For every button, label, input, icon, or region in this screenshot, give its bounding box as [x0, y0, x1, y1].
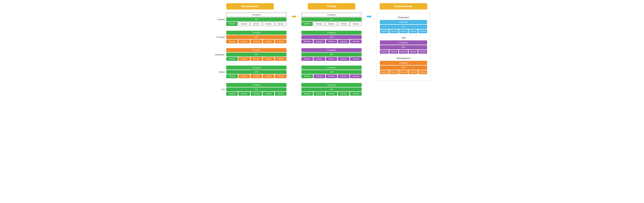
production-api-bar: API — [380, 25, 427, 29]
production-frontend-bar: Frontend — [380, 20, 427, 24]
service-chip: Service — [302, 40, 313, 43]
service-chip: Service — [275, 74, 286, 78]
service-chip: Service — [238, 22, 250, 26]
frontend-row: Frontend Frontend API Service Service Se… — [214, 31, 286, 43]
service-chip: Service — [263, 22, 274, 26]
test-api-bar: API — [380, 45, 427, 49]
dev-env-services: Service Service Service Service Service — [380, 70, 427, 74]
production-stack: Frontend API Service Service Service Ser… — [380, 20, 427, 33]
test-frontend-bar: Frontend — [380, 40, 427, 45]
service-chip: Service — [226, 92, 238, 96]
service-chip: Service — [275, 22, 286, 26]
services-row: Service Service Service Service Service — [302, 74, 362, 78]
blue-arrow-icon: ➡ — [366, 13, 372, 20]
testing-header: Testing — [308, 3, 355, 9]
orange-arrow-container: ➡ — [291, 3, 297, 20]
service-chip: Service — [338, 92, 350, 96]
api-bar: API — [226, 17, 286, 21]
service-chip: Service — [302, 57, 313, 61]
test-stack: Frontend API Service Service Service Ser… — [380, 40, 427, 54]
service-chip: Service — [238, 74, 250, 78]
testing-mixed-row: Frontend API Service Service Service Ser… — [302, 66, 362, 78]
dev-env-block: Development Frontend API Service Service… — [380, 57, 427, 74]
service-chip: Service — [390, 50, 398, 54]
testing-mixed-stack: Frontend API Service Service Service Ser… — [302, 66, 362, 78]
service-chip: Service — [314, 40, 325, 43]
services-row: Service Service Service Service Service — [226, 40, 286, 43]
full-row: Full Frontend API Service Service Servic… — [214, 83, 286, 96]
api-bar: API — [226, 70, 286, 74]
frontend-bar: Frontend — [302, 31, 362, 35]
service-chip: Service — [338, 57, 350, 61]
service-chip: Service — [408, 29, 418, 33]
environments-section: Environments Production Frontend API Ser… — [376, 3, 430, 81]
test-title: Test — [380, 36, 427, 39]
orange-arrow-icon: ➡ — [291, 13, 297, 20]
service-chip: Service — [408, 70, 418, 74]
frontend-bar: Frontend — [226, 83, 286, 87]
production-services: Service Service Service Service Service — [380, 29, 427, 33]
service-chip: Service — [238, 40, 250, 43]
service-chip: Service — [275, 57, 286, 61]
service-chip: Service — [263, 57, 274, 61]
production-title: Production — [380, 16, 427, 19]
service-chip: Service — [380, 50, 389, 54]
service-chip: Service — [326, 57, 338, 61]
testing-frontend-row: Frontend API Service Service Service Ser… — [302, 31, 362, 43]
frontend-bar: Frontend — [226, 31, 286, 35]
mixed-row: Mixed Frontend API Service Service Servi… — [214, 66, 286, 78]
service-chip: Service — [350, 92, 362, 96]
mixed-stack: Frontend API Service Service Service Ser… — [226, 66, 286, 78]
production-block: Production Frontend API Service Service … — [380, 16, 427, 33]
frontend-bar: Frontend — [302, 66, 362, 69]
service-chip: Service — [250, 22, 262, 26]
service-chip: Service — [238, 57, 250, 61]
services-row: Service Service Service Service Service — [302, 22, 362, 26]
service-chip: Service — [338, 74, 350, 78]
service-chip: Service — [326, 22, 337, 26]
testing-section: Testing Frontend API Service Service Ser… — [302, 3, 362, 96]
service-chip: Service — [302, 22, 313, 26]
service-chip: Service — [263, 40, 274, 43]
integration-row: Integration Frontend API Service Service… — [214, 48, 286, 61]
dev-env-api-bar: API — [380, 66, 427, 70]
test-services: Service Service Service Service Service — [380, 50, 427, 54]
services-row: Service Service Service Service Service — [226, 22, 286, 26]
service-chip: Service — [399, 50, 408, 54]
service-chip: Service — [275, 92, 286, 96]
isolated-row: Isolated Frontend API Service Service Se… — [214, 13, 286, 26]
frontend-bar: Frontend — [302, 13, 362, 17]
integration-stack: Frontend API Service Service Service Ser… — [226, 48, 286, 61]
frontend-bar: Frontend — [226, 13, 286, 17]
frontend-bar: Frontend — [302, 83, 362, 87]
dev-env-frontend-bar: Frontend — [380, 61, 427, 65]
page-container: Development Isolated Frontend API Servic… — [3, 3, 641, 96]
development-rows: Isolated Frontend API Service Service Se… — [214, 13, 286, 96]
testing-frontend-stack: Frontend API Service Service Service Ser… — [302, 31, 362, 43]
service-chip: Service — [226, 22, 238, 26]
service-chip: Service — [390, 70, 398, 74]
isolated-label: Isolated — [214, 18, 225, 20]
environments-header: Environments — [380, 3, 427, 9]
service-chip: Service — [251, 74, 262, 78]
service-chip: Service — [275, 40, 286, 43]
service-chip: Service — [350, 57, 362, 61]
frontend-label: Frontend — [214, 36, 225, 38]
service-chip: Service — [418, 50, 427, 54]
service-chip: Service — [226, 57, 238, 61]
services-row: Service Service Service Service Service — [226, 57, 286, 61]
service-chip: Service — [380, 70, 389, 74]
testing-integration-stack: Frontend API Service Service Service Ser… — [302, 48, 362, 61]
frontend-stack: Frontend API Service Service Service Ser… — [226, 31, 286, 43]
testing-isolated-row: Frontend API Service Service Service Ser… — [302, 13, 362, 26]
service-chip: Service — [326, 40, 338, 43]
frontend-bar: Frontend — [226, 66, 286, 69]
blue-arrow-container: ➡ — [366, 3, 372, 20]
frontend-bar: Frontend — [226, 48, 286, 52]
service-chip: Service — [399, 29, 408, 33]
service-chip: Service — [302, 74, 313, 78]
service-chip: Service — [350, 22, 362, 26]
api-bar: API — [302, 70, 362, 74]
service-chip: Service — [338, 40, 350, 43]
integration-label: Integration — [214, 53, 225, 56]
